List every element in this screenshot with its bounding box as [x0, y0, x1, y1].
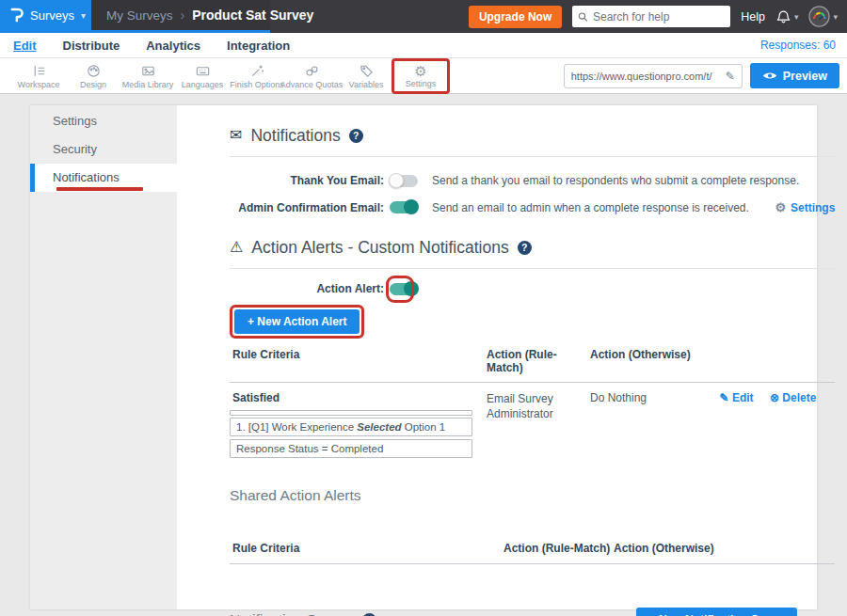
questionpro-logo-icon [9, 7, 24, 24]
new-action-alert-button[interactable]: + New Action Alert [234, 309, 360, 334]
keyboard-icon [195, 63, 211, 79]
col-action-otherwise: Action (Otherwise) [614, 542, 835, 555]
breadcrumb-separator-icon: › [181, 8, 185, 23]
notifications-section-header: ✉ Notifications ? [230, 125, 835, 146]
thank-you-email-toggle[interactable] [390, 175, 418, 187]
search-icon [578, 11, 588, 23]
criteria-item-2: Response Status = Completed [230, 439, 472, 458]
upgrade-now-button[interactable]: Upgrade Now [469, 6, 562, 28]
top-left-tabs: Surveys ▾ My Surveys › Product Sat Surve… [0, 0, 270, 33]
chevron-down-icon: ▾ [794, 12, 799, 22]
sidebar-item-notifications[interactable]: Notifications [30, 164, 177, 192]
circle-x-icon: ⊗ [770, 391, 779, 404]
gear-icon: ⚙ [414, 64, 426, 78]
tab-analytics[interactable]: Analytics [146, 39, 200, 53]
thank-you-email-description: Send a thank you email to respondents wh… [432, 174, 799, 187]
otherwise-cell: Do Nothing [590, 391, 698, 461]
notifications-title: Notifications [250, 125, 340, 146]
toolbar-item-variables[interactable]: Variables [339, 58, 393, 94]
breadcrumb-current-survey: Product Sat Survey [192, 8, 313, 23]
shared-alerts-title: Shared Action Alerts [230, 485, 361, 506]
chevron-down-icon: ▾ [81, 10, 86, 21]
toolbar-item-finish-options[interactable]: Finish Options [230, 58, 284, 94]
workspace-icon [31, 63, 47, 79]
toolbar-item-workspace[interactable]: Workspace [11, 58, 66, 94]
divider [230, 156, 835, 157]
avatar [808, 6, 830, 27]
surveys-product-menu[interactable]: Surveys ▾ [0, 0, 91, 30]
criteria-status: Satisfied [232, 391, 487, 404]
tab-integration[interactable]: Integration [227, 39, 290, 53]
edit-toolbar: Workspace Design Media Library Languages… [0, 58, 847, 94]
rule-criteria-cell: Satisfied 1. [Q1] Work Experience Select… [230, 391, 487, 461]
toolbar-item-design[interactable]: Design [66, 58, 120, 94]
preview-button[interactable]: Preview [750, 63, 839, 88]
account-menu[interactable]: ▾ [808, 6, 838, 27]
wand-icon [249, 63, 265, 79]
thank-you-email-row: Thank You Email: Send a thank you email … [230, 174, 835, 187]
toolbar-right: https://www.questionpro.com/t/ ✎ Preview [564, 63, 847, 88]
toggle-knob [404, 199, 419, 214]
col-action-otherwise: Action (Otherwise) [590, 348, 698, 374]
new-notification-group-button[interactable]: + New Notification Group [636, 608, 798, 616]
pencil-icon: ✎ [720, 391, 729, 404]
delete-link[interactable]: ⊗ Delete [770, 391, 816, 404]
envelope-icon: ✉ [230, 125, 242, 146]
toolbar-item-advance-quotas[interactable]: Advance Quotas [284, 58, 339, 94]
help-icon[interactable]: ? [518, 241, 532, 255]
edit-url-icon[interactable]: ✎ [726, 70, 735, 83]
shared-alerts-table-header: Rule Criteria Action (Rule-Match) Action… [230, 529, 835, 564]
top-navbar: Surveys ▾ My Surveys › Product Sat Surve… [0, 0, 847, 33]
toolbar-item-settings[interactable]: ⚙ Settings [393, 58, 448, 94]
toolbar-item-languages[interactable]: Languages [175, 58, 230, 94]
survey-url-field[interactable]: https://www.questionpro.com/t/ ✎ [564, 64, 743, 88]
search-input[interactable] [593, 10, 725, 24]
admin-confirmation-toggle[interactable] [390, 201, 418, 213]
gear-icon: ⚙ [775, 200, 786, 214]
row-actions: ✎ Edit ⊗ Delete [698, 391, 835, 461]
admin-confirmation-settings-link[interactable]: ⚙ Settings [775, 200, 835, 214]
sidebar-item-security[interactable]: Security [30, 135, 177, 164]
notification-groups-title: Notification Groups [230, 611, 354, 616]
help-icon[interactable]: ? [349, 129, 363, 143]
annotation-new-action-alert-box: + New Action Alert [230, 305, 364, 339]
palette-icon [86, 63, 102, 79]
survey-url-value: https://www.questionpro.com/t/ [571, 71, 721, 82]
help-link[interactable]: Help [741, 10, 765, 24]
toolbar-item-media-library[interactable]: Media Library [120, 58, 175, 94]
criteria-item-1: 1. [Q1] Work Experience Selected Option … [230, 418, 472, 436]
responses-count[interactable]: Responses: 60 [760, 39, 847, 52]
chain-links-icon [304, 63, 320, 79]
toggle-knob [389, 173, 404, 188]
toggle-knob [404, 281, 419, 296]
action-alert-row: Satisfied 1. [Q1] Work Experience Select… [230, 383, 835, 461]
annotation-notifications-underline [56, 187, 143, 191]
chevron-down-icon: ▾ [833, 12, 838, 22]
product-menu-label: Surveys [30, 8, 74, 23]
survey-section-nav: Edit Distribute Analytics Integration Re… [0, 33, 847, 58]
help-icon[interactable]: ? [362, 613, 376, 616]
tab-distribute[interactable]: Distribute [63, 39, 120, 53]
notifications-panel: ✉ Notifications ? Thank You Email: Send … [177, 105, 847, 609]
divider [230, 268, 835, 269]
bell-icon [775, 9, 791, 24]
tab-edit[interactable]: Edit [13, 39, 37, 53]
col-action-rule-match: Action (Rule-Match) [503, 542, 614, 555]
tag-icon [359, 63, 375, 79]
action-alerts-section-header: ⚠ Action Alerts - Custom Notifications ? [230, 237, 835, 258]
col-action-rule-match: Action (Rule-Match) [487, 348, 590, 374]
action-alert-toggle-wrap [390, 283, 418, 295]
settings-card: Settings Security Notifications ✉ Notifi… [30, 105, 817, 609]
action-alert-toggle[interactable] [390, 283, 418, 295]
help-search-box[interactable] [572, 6, 730, 27]
breadcrumb-my-surveys[interactable]: My Surveys [106, 8, 173, 23]
image-icon [140, 63, 156, 79]
sidebar-item-settings[interactable]: Settings [30, 107, 177, 135]
warning-icon: ⚠ [230, 237, 243, 258]
edit-link[interactable]: ✎ Edit [720, 391, 754, 404]
action-alert-label: Action Alert: [230, 282, 384, 295]
shared-alerts-header: Shared Action Alerts [230, 485, 835, 506]
notifications-bell-menu[interactable]: ▾ [775, 9, 799, 24]
settings-sidebar: Settings Security Notifications [30, 105, 177, 609]
topbar-right-controls: Upgrade Now Help ▾ ▾ [469, 0, 847, 33]
